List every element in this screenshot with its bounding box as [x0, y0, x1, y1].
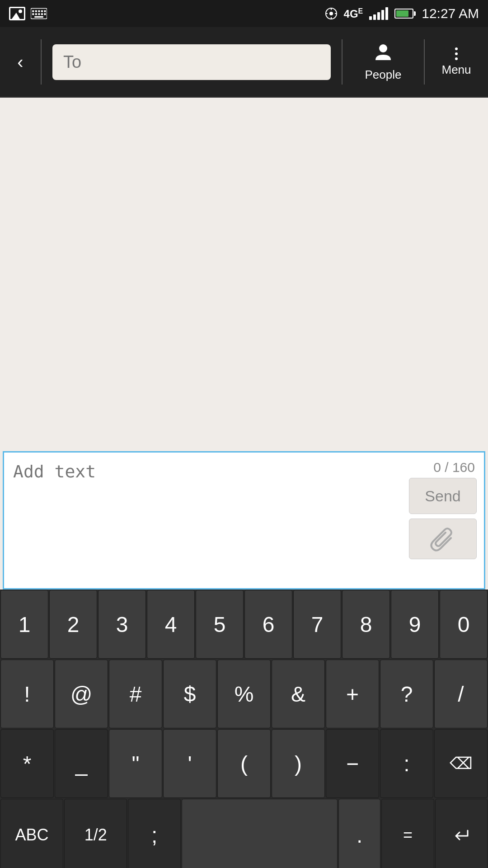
- key-6[interactable]: 6: [244, 590, 292, 659]
- key-percent[interactable]: %: [217, 660, 271, 728]
- menu-label: Menu: [441, 63, 471, 77]
- key-2[interactable]: 2: [49, 590, 97, 659]
- compose-wrapper: 0 / 160 Send: [3, 451, 485, 590]
- keyboard-row-special2: * _ " ' ( ) − : ⌫: [0, 729, 488, 798]
- send-button[interactable]: Send: [409, 478, 477, 514]
- keyboard-row-numbers: 1 2 3 4 5 6 7 8 9 0: [0, 590, 488, 659]
- to-input[interactable]: [52, 44, 331, 80]
- key-rparen[interactable]: ): [272, 729, 325, 798]
- key-5[interactable]: 5: [196, 590, 244, 659]
- key-3[interactable]: 3: [98, 590, 146, 659]
- message-area: [0, 98, 488, 370]
- top-nav: ‹ People Menu: [0, 27, 488, 98]
- status-bar: 4GE 12:27 AM: [0, 0, 488, 27]
- keyboard-row-special1: ! @ # $ % & + ? /: [0, 659, 488, 729]
- person-icon: [374, 42, 393, 65]
- char-counter: 0 / 160: [433, 460, 475, 475]
- menu-icon: [455, 47, 458, 60]
- message-input[interactable]: [13, 462, 475, 579]
- to-input-wrapper: [42, 44, 342, 80]
- battery-indicator: [394, 9, 413, 19]
- key-dquote[interactable]: ": [109, 729, 162, 798]
- key-hash[interactable]: #: [109, 660, 162, 728]
- key-0[interactable]: 0: [440, 590, 488, 659]
- compose-inner: 0 / 160 Send: [4, 453, 484, 588]
- key-asterisk[interactable]: *: [0, 729, 54, 798]
- key-4[interactable]: 4: [147, 590, 195, 659]
- key-question[interactable]: ?: [380, 660, 433, 728]
- attach-button[interactable]: [409, 519, 477, 559]
- svg-rect-9: [41, 13, 43, 15]
- space-key[interactable]: [182, 799, 338, 868]
- key-semicolon[interactable]: ;: [128, 799, 180, 868]
- keyboard-row-bottom: ABC 1/2 ; . =: [0, 798, 488, 868]
- back-button[interactable]: ‹: [0, 27, 41, 97]
- signal-bars: [369, 7, 388, 20]
- enter-key[interactable]: [435, 799, 488, 868]
- key-7[interactable]: 7: [293, 590, 341, 659]
- svg-rect-1: [32, 10, 34, 12]
- svg-point-18: [379, 44, 387, 52]
- svg-rect-2: [35, 10, 37, 12]
- svg-rect-6: [32, 13, 34, 15]
- key-squote[interactable]: ': [163, 729, 216, 798]
- menu-button[interactable]: Menu: [425, 27, 488, 97]
- key-underscore[interactable]: _: [55, 729, 108, 798]
- key-colon[interactable]: :: [380, 729, 433, 798]
- people-label: People: [365, 68, 402, 82]
- battery-fill: [396, 10, 408, 17]
- svg-rect-5: [44, 10, 46, 12]
- key-at[interactable]: @: [55, 660, 108, 728]
- key-8[interactable]: 8: [342, 590, 390, 659]
- backspace-key[interactable]: ⌫: [434, 729, 488, 798]
- compose-buttons: Send: [409, 478, 477, 559]
- key-slash[interactable]: /: [434, 660, 488, 728]
- people-button[interactable]: People: [343, 27, 424, 97]
- key-dollar[interactable]: $: [163, 660, 216, 728]
- svg-rect-10: [44, 13, 46, 15]
- gps-icon: [325, 7, 338, 20]
- svg-rect-7: [35, 13, 37, 15]
- key-plus[interactable]: +: [326, 660, 379, 728]
- status-time: 12:27 AM: [422, 6, 479, 21]
- key-dot[interactable]: .: [338, 799, 380, 868]
- svg-rect-8: [38, 13, 40, 15]
- key-9[interactable]: 9: [391, 590, 439, 659]
- keyboard-icon: [31, 5, 47, 22]
- svg-rect-4: [41, 10, 43, 12]
- svg-rect-11: [34, 16, 43, 18]
- svg-point-17: [329, 12, 333, 15]
- key-ampersand[interactable]: &: [272, 660, 325, 728]
- key-equals[interactable]: =: [381, 799, 434, 868]
- image-icon: [9, 5, 25, 22]
- key-minus[interactable]: −: [326, 729, 379, 798]
- network-indicator: 4GE: [344, 7, 363, 20]
- status-bar-left: [9, 5, 47, 22]
- key-abc[interactable]: ABC: [0, 799, 63, 868]
- keyboard: 1 2 3 4 5 6 7 8 9 0 ! @ # $ % & + ? / * …: [0, 590, 488, 868]
- key-1-2[interactable]: 1/2: [64, 799, 127, 868]
- status-bar-right: 4GE 12:27 AM: [325, 6, 479, 21]
- key-1[interactable]: 1: [0, 590, 48, 659]
- svg-rect-3: [38, 10, 40, 12]
- key-lparen[interactable]: (: [217, 729, 271, 798]
- key-exclaim[interactable]: !: [0, 660, 54, 728]
